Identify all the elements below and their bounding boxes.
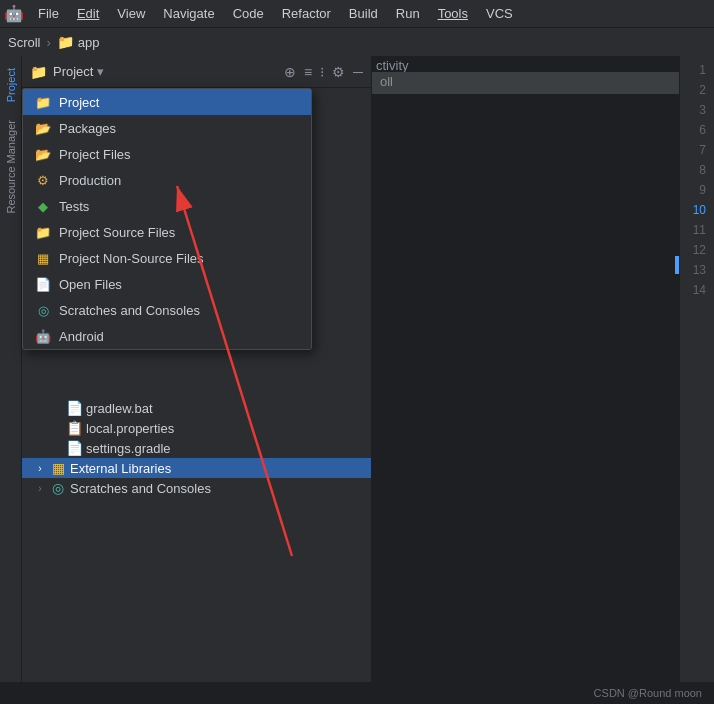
dropdown-item-project-source-files[interactable]: 📁 Project Source Files [23,219,311,245]
dropdown-item-open-files[interactable]: 📄 Open Files [23,271,311,297]
breadcrumb-scroll-label: Scroll [8,35,41,50]
panel-dropdown-arrow: ▾ [97,64,104,79]
tree-expand-local [50,422,62,434]
dropdown-label-packages: Packages [59,121,116,136]
content-area: ctivity oll 1 2 3 6 7 8 9 10 11 12 13 14 [372,56,714,704]
folder-icon: 📁 [57,34,74,50]
status-bar: CSDN @Round moon [0,682,714,704]
tree-item-gradlew[interactable]: 📄 gradlew.bat [22,398,371,418]
dropdown-android-icon: 🤖 [35,328,51,344]
breadcrumb-scroll[interactable]: Scroll [8,35,41,50]
status-text: CSDN @Round moon [594,687,702,699]
dropdown-scratches-icon: ◎ [35,302,51,318]
dropdown-openfiles-icon: 📄 [35,276,51,292]
file-icon-local: 📋 [66,420,82,436]
dropdown-sourcefile-icon: 📁 [35,224,51,240]
dropdown-menu: 📁 Project 📂 Packages 📂 Project Files ⚙ P… [22,88,312,350]
menu-vcs[interactable]: VCS [478,4,521,23]
dropdown-label-scratches: Scratches and Consoles [59,303,200,318]
menu-code[interactable]: Code [225,4,272,23]
menu-build[interactable]: Build [341,4,386,23]
line-num-12: 12 [693,240,714,260]
dropdown-item-project[interactable]: 📁 Project [23,89,311,115]
tree-expand-gradlew [50,402,62,414]
scope-icon[interactable]: ⊕ [284,64,296,80]
dropdown-item-scratches[interactable]: ◎ Scratches and Consoles [23,297,311,323]
tree-item-scratches-tree[interactable]: › ◎ Scratches and Consoles [22,478,371,498]
line-num-14: 14 [693,280,714,300]
panel-header: 📁 Project ▾ ⊕ ≡ ⁝ ⚙ ─ [22,56,371,88]
dropdown-label-project-files: Project Files [59,147,131,162]
tree-label-settings: settings.gradle [86,441,171,456]
line-num-8: 8 [699,160,714,180]
line-num-9: 9 [699,180,714,200]
dropdown-folder-icon: 📁 [35,94,51,110]
flatten-icon[interactable]: ≡ [304,64,312,80]
dropdown-item-android[interactable]: 🤖 Android [23,323,311,349]
dropdown-nonsource-icon: ▦ [35,250,51,266]
tree-label-ext-lib: External Libraries [70,461,171,476]
menu-bar: 🤖 File Edit View Navigate Code Refactor … [0,0,714,28]
menu-view[interactable]: View [109,4,153,23]
panel-folder-icon: 📁 [30,64,47,80]
dropdown-item-tests[interactable]: ◆ Tests [23,193,311,219]
dropdown-item-project-files[interactable]: 📂 Project Files [23,141,311,167]
line-num-7: 7 [699,140,714,160]
tree-label-gradlew: gradlew.bat [86,401,153,416]
file-icon-settings: 📄 [66,440,82,456]
compact-icon[interactable]: ⁝ [320,64,324,80]
android-icon: 🤖 [4,4,24,23]
dropdown-item-packages[interactable]: 📂 Packages [23,115,311,141]
side-tab-resource-manager[interactable]: Resource Manager [3,112,19,222]
tree-item-settings-gradle[interactable]: 📄 settings.gradle [22,438,371,458]
menu-navigate[interactable]: Navigate [155,4,222,23]
line-indicator [675,256,679,274]
dropdown-packages-icon: 📂 [35,120,51,136]
dropdown-label-project: Project [59,95,99,110]
dropdown-item-project-non-source[interactable]: ▦ Project Non-Source Files [23,245,311,271]
file-icon-ext-lib: ▦ [50,460,66,476]
line-num-3: 3 [699,100,714,120]
file-icon-scratches: ◎ [50,480,66,496]
breadcrumb-separator: › [47,35,51,50]
gear-icon[interactable]: ⚙ [332,64,345,80]
file-icon-gradlew: 📄 [66,400,82,416]
side-tab-project[interactable]: Project [3,60,19,110]
menu-run[interactable]: Run [388,4,428,23]
dropdown-label-open-files: Open Files [59,277,122,292]
content-partial-label: ctivity [372,58,409,73]
line-numbers: 1 2 3 6 7 8 9 10 11 12 13 14 [679,56,714,704]
dropdown-projectfiles-icon: 📂 [35,146,51,162]
tree-label-local: local.properties [86,421,174,436]
editor-tab-strip: oll [372,72,679,94]
main-layout: Project Resource Manager 📁 Project ▾ ⊕ ≡… [0,56,714,704]
line-num-1: 1 [699,60,714,80]
scroll-tab-label: oll [380,74,393,89]
panel-title-button[interactable]: Project ▾ [53,64,104,79]
close-icon[interactable]: ─ [353,64,363,80]
menu-edit[interactable]: Edit [69,4,107,23]
menu-refactor[interactable]: Refactor [274,4,339,23]
line-num-2: 2 [699,80,714,100]
tree-expand-settings [50,442,62,454]
dropdown-label-android: Android [59,329,104,344]
side-tabs: Project Resource Manager [0,56,22,704]
line-num-6: 6 [699,120,714,140]
tree-label-scratches: Scratches and Consoles [70,481,211,496]
dropdown-item-production[interactable]: ⚙ Production [23,167,311,193]
panel-title: Project [53,64,93,79]
dropdown-label-project-non-source: Project Non-Source Files [59,251,204,266]
line-num-11: 11 [693,220,714,240]
line-num-13: 13 [693,260,714,280]
breadcrumb-app[interactable]: 📁 app [57,34,100,50]
tree-item-external-libraries[interactable]: › ▦ External Libraries [22,458,371,478]
menu-file[interactable]: File [30,4,67,23]
line-num-10: 10 [693,200,714,220]
tree-item-local-properties[interactable]: 📋 local.properties [22,418,371,438]
panel-header-icons: ⊕ ≡ ⁝ ⚙ ─ [284,64,363,80]
breadcrumb: Scroll › 📁 app [0,28,714,56]
tree-expand-scratches[interactable]: › [34,482,46,494]
tree-expand-ext-lib[interactable]: › [34,462,46,474]
menu-tools[interactable]: Tools [430,4,476,23]
dropdown-label-project-source-files: Project Source Files [59,225,175,240]
